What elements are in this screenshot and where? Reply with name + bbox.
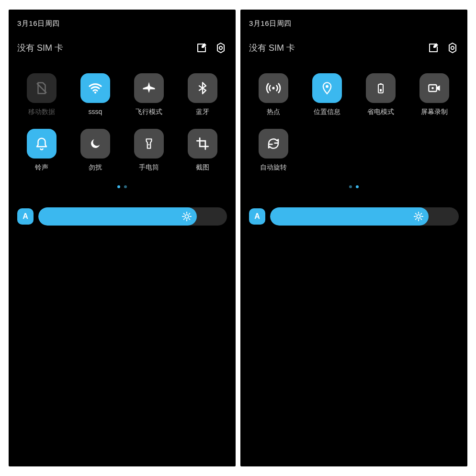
tile-airplane: 飞行模式 <box>125 73 173 116</box>
svg-point-5 <box>185 215 188 218</box>
gear-icon <box>215 42 227 54</box>
tiles-grid: 热点 位置信息 省电模式 <box>249 73 459 172</box>
tile-flashlight: 手电筒 <box>125 129 173 172</box>
tile-flashlight-button[interactable] <box>134 129 164 159</box>
svg-line-30 <box>421 214 422 215</box>
tile-label: 飞行模式 <box>136 108 162 116</box>
brightness-fill <box>38 207 197 226</box>
tile-label: 自动旋转 <box>260 163 287 172</box>
tile-power-save: 省电模式 <box>356 73 405 116</box>
tile-label: 勿扰 <box>89 163 102 172</box>
svg-rect-19 <box>380 83 382 84</box>
tile-mobile-data: 移动数据 <box>17 73 66 116</box>
bluetooth-icon <box>196 81 209 95</box>
tile-wifi-button[interactable] <box>80 73 110 103</box>
tile-screenshot: 截图 <box>178 129 227 172</box>
brightness-slider[interactable] <box>38 207 227 226</box>
svg-rect-18 <box>378 84 383 93</box>
tile-bluetooth: 蓝牙 <box>178 73 227 116</box>
tile-sound: 铃声 <box>17 129 66 172</box>
brightness-slider[interactable] <box>270 207 459 226</box>
tile-bluetooth-button[interactable] <box>188 73 217 103</box>
tile-label: 移动数据 <box>28 108 55 116</box>
tile-label: sssq <box>89 108 102 115</box>
svg-point-22 <box>431 87 434 90</box>
tile-mobile-data-button[interactable] <box>27 73 57 103</box>
tile-label: 手电筒 <box>139 163 159 172</box>
tile-auto-rotate-button[interactable] <box>259 129 288 159</box>
page-dot[interactable] <box>117 185 120 188</box>
svg-rect-20 <box>380 89 382 91</box>
svg-point-17 <box>326 85 329 88</box>
flashlight-icon <box>143 136 155 151</box>
page-dot[interactable] <box>356 185 359 188</box>
settings-button[interactable] <box>446 42 459 54</box>
sim-status-label: 没有 SIM 卡 <box>249 42 427 54</box>
record-icon <box>427 81 442 95</box>
tile-location-button[interactable] <box>312 73 342 103</box>
brightness-control: A <box>17 207 227 226</box>
svg-point-16 <box>272 87 274 89</box>
edit-icon <box>428 42 439 54</box>
wifi-icon <box>88 80 103 96</box>
svg-marker-14 <box>449 43 456 53</box>
svg-line-13 <box>184 219 185 220</box>
status-date: 3月16日周四 <box>249 19 459 28</box>
quick-settings-panel-1: 3月16日周四 没有 SIM 卡 <box>9 10 236 466</box>
tile-location: 位置信息 <box>303 73 351 116</box>
brightness-fill <box>270 207 429 226</box>
tile-screenshot-button[interactable] <box>188 129 217 159</box>
settings-button[interactable] <box>215 42 227 54</box>
page-indicator <box>249 185 459 188</box>
panel-header: 没有 SIM 卡 <box>17 42 227 54</box>
sim-status-label: 没有 SIM 卡 <box>17 42 195 54</box>
edit-tiles-button[interactable] <box>427 42 440 54</box>
svg-marker-0 <box>217 43 224 53</box>
svg-line-12 <box>189 214 190 215</box>
page-dot[interactable] <box>349 185 352 188</box>
svg-line-28 <box>416 214 417 215</box>
quick-settings-panel-2: 3月16日周四 没有 SIM 卡 <box>240 10 467 466</box>
airplane-icon <box>142 81 156 95</box>
svg-point-15 <box>451 46 454 49</box>
svg-line-11 <box>189 219 190 220</box>
brightness-icon <box>413 211 424 222</box>
tile-label: 蓝牙 <box>196 108 209 116</box>
tile-label: 屏幕录制 <box>421 108 448 116</box>
tile-dnd: 勿扰 <box>71 129 120 172</box>
panel-header: 没有 SIM 卡 <box>249 42 459 54</box>
bell-icon <box>34 136 49 151</box>
tile-label: 截图 <box>196 163 209 172</box>
tile-dnd-button[interactable] <box>80 129 110 159</box>
tile-airplane-button[interactable] <box>134 73 164 103</box>
status-date: 3月16日周四 <box>17 19 227 28</box>
page-dot[interactable] <box>124 185 127 188</box>
tile-wifi: sssq <box>71 73 120 116</box>
tile-label: 热点 <box>267 108 280 116</box>
tile-hotspot-button[interactable] <box>259 73 288 103</box>
brightness-control: A <box>249 207 459 226</box>
tile-power-save-button[interactable] <box>366 73 396 103</box>
tile-screen-record: 屏幕录制 <box>410 73 459 116</box>
auto-brightness-toggle[interactable]: A <box>17 208 34 225</box>
svg-point-1 <box>219 46 222 49</box>
edit-tiles-button[interactable] <box>195 42 208 54</box>
tile-label: 铃声 <box>35 163 48 172</box>
auto-brightness-toggle[interactable]: A <box>249 208 265 225</box>
tile-sound-button[interactable] <box>27 129 57 159</box>
page-indicator <box>17 185 227 188</box>
tile-screen-record-button[interactable] <box>419 73 449 103</box>
svg-line-31 <box>416 219 417 220</box>
tile-auto-rotate: 自动旋转 <box>249 129 298 172</box>
tile-label: 省电模式 <box>367 108 394 116</box>
rotate-icon <box>266 136 281 151</box>
brightness-icon <box>181 211 192 222</box>
hotspot-icon <box>266 80 281 96</box>
gear-icon <box>447 42 458 54</box>
moon-icon <box>89 137 102 150</box>
svg-point-3 <box>94 91 96 93</box>
svg-point-23 <box>417 215 420 218</box>
svg-line-29 <box>421 219 422 220</box>
battery-icon <box>375 81 386 95</box>
tile-label: 位置信息 <box>314 108 340 116</box>
